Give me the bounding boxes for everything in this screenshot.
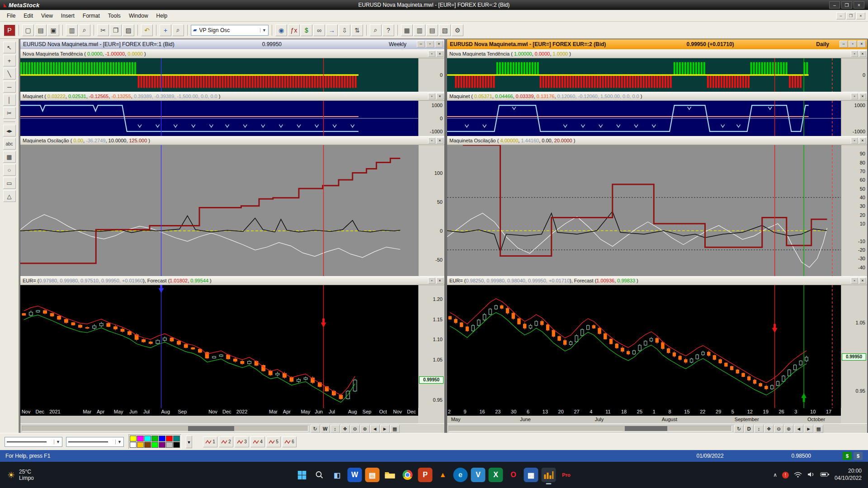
delete-tool-icon[interactable]: ✂: [3, 107, 16, 119]
panel-close-button[interactable]: ×: [859, 277, 866, 284]
menu-edit[interactable]: Edit: [19, 11, 37, 21]
scrollbar-thumb[interactable]: [625, 426, 667, 431]
cut-icon[interactable]: ✂: [97, 24, 109, 36]
horizontal-line-tool-icon[interactable]: ─: [3, 81, 16, 93]
palette-color[interactable]: [166, 436, 173, 441]
crosshair-icon[interactable]: +: [160, 24, 171, 36]
doc-minimize-button[interactable]: –: [836, 12, 845, 19]
window-close-button[interactable]: ×: [435, 41, 443, 47]
taskbar-edge-icon[interactable]: e: [453, 468, 468, 482]
downloader-icon[interactable]: ⇩: [339, 24, 350, 36]
price-scale-right-oscilacao[interactable]: 908070605040302010-10-20-30-40: [841, 145, 867, 276]
chart-plot-left-maquinet[interactable]: [20, 101, 418, 136]
palette-color[interactable]: [166, 442, 173, 448]
securities-icon[interactable]: ◉: [275, 24, 287, 36]
doc-close-button[interactable]: ×: [856, 12, 865, 19]
vertical-scale-button[interactable]: ↕: [754, 425, 764, 433]
tile-windows-icon[interactable]: ▦: [401, 24, 413, 36]
app-maximize-button[interactable]: ❐: [841, 1, 852, 9]
taskbar-chrome-icon[interactable]: [401, 468, 415, 482]
panel-close-button[interactable]: ×: [859, 51, 866, 57]
panel-close-button[interactable]: ×: [436, 93, 443, 99]
taskbar-calculator-icon[interactable]: ▦: [524, 468, 538, 482]
menu-tools[interactable]: Tools: [104, 11, 125, 21]
periodicity-button[interactable]: W: [321, 425, 330, 433]
options-gear-icon[interactable]: ⚙: [452, 24, 463, 36]
drawing-style-button-5[interactable]: 5: [266, 436, 281, 447]
child-window-titlebar-left[interactable]: EURUSD Nova Maquineta.mwl - [EUR=] FOREX…: [20, 39, 444, 49]
palette-dropdown-arrow[interactable]: ▼: [186, 436, 192, 448]
palette-color[interactable]: [159, 436, 165, 441]
taskbar-search-button[interactable]: [312, 468, 327, 482]
vertical-scale-button[interactable]: ↕: [330, 425, 340, 433]
taskbar-pro-icon[interactable]: Pro: [559, 468, 574, 482]
price-scale-right-maquinet[interactable]: 1000-1000: [841, 101, 867, 136]
tray-chevron-icon[interactable]: ∧: [773, 472, 777, 478]
price-scale-right-price[interactable]: 1.050.950.99950: [841, 285, 867, 408]
palette-color[interactable]: [137, 442, 144, 448]
drawing-style-button-2[interactable]: 2: [219, 436, 233, 447]
doc-restore-button[interactable]: ❐: [846, 12, 855, 19]
text-tool-icon[interactable]: abc: [3, 138, 16, 150]
window-minimize-button[interactable]: –: [840, 41, 848, 47]
panel-header-price[interactable]: EUR= (0.97980, 0.99980, 0.97510, 0.99950…: [20, 276, 444, 285]
data-window-button[interactable]: ▦: [390, 425, 400, 433]
panel-restore-button[interactable]: ▫: [851, 51, 858, 57]
drawing-style-button-1[interactable]: 1: [203, 436, 217, 447]
app-minimize-button[interactable]: –: [829, 1, 840, 9]
refresh-button[interactable]: ↻: [734, 425, 744, 433]
zoom-in-button[interactable]: ⊕: [784, 425, 793, 433]
pan-button[interactable]: ❖: [340, 425, 350, 433]
price-scale-right-tendencia[interactable]: 0: [841, 58, 867, 92]
taskbar-vscode-icon[interactable]: V: [471, 468, 486, 482]
save-icon[interactable]: ▣: [47, 24, 59, 36]
palette-color[interactable]: [151, 436, 158, 441]
palette-color[interactable]: [159, 442, 165, 448]
palette-color[interactable]: [130, 436, 137, 441]
taskbar-start-button[interactable]: [295, 468, 309, 482]
chart-plot-left-price[interactable]: [20, 285, 418, 408]
chart-plot-right-maquinet[interactable]: [447, 101, 841, 136]
scroll-left-button[interactable]: ◄: [370, 425, 380, 433]
chart-plot-right-tendencia[interactable]: [447, 58, 841, 92]
dollar-icon[interactable]: $: [301, 24, 312, 36]
pan-button[interactable]: ❖: [764, 425, 774, 433]
taskbar-metastock-icon[interactable]: [542, 468, 556, 482]
panel-restore-button[interactable]: ▫: [851, 277, 858, 284]
cascade-windows-icon[interactable]: ▧: [439, 24, 451, 36]
price-scale-left-tendencia[interactable]: 0: [418, 58, 444, 92]
ellipse-tool-icon[interactable]: ○: [3, 164, 16, 176]
copy-icon[interactable]: ❐: [110, 24, 122, 36]
price-scale-left-oscilacao[interactable]: 100500-50: [418, 145, 444, 276]
taskbar-excel-icon[interactable]: X: [489, 468, 503, 482]
taskbar-vlc-icon[interactable]: ▲: [436, 468, 450, 482]
pointer-tool-icon[interactable]: ↖: [3, 42, 16, 53]
palette-color[interactable]: [137, 436, 144, 441]
drawing-style-button-6[interactable]: 6: [282, 436, 297, 447]
panel-close-button[interactable]: ×: [436, 277, 443, 284]
tile-horizontal-icon[interactable]: ▥: [414, 24, 425, 36]
palette-color[interactable]: [173, 442, 180, 448]
panel-restore-button[interactable]: ▫: [428, 51, 435, 57]
menu-format[interactable]: Format: [79, 11, 104, 21]
menu-help[interactable]: Help: [152, 11, 172, 21]
zoom-in-button[interactable]: ⊕: [360, 425, 370, 433]
print-icon[interactable]: ▥: [66, 24, 78, 36]
zoom-window-icon[interactable]: ⌕: [370, 24, 382, 36]
zoom-out-button[interactable]: ⊖: [350, 425, 360, 433]
indicator-fx-icon[interactable]: ƒx: [288, 24, 300, 36]
taskbar-word-icon[interactable]: W: [348, 468, 362, 482]
chart-plot-right-price[interactable]: [447, 285, 841, 408]
taskbar-taskview-button[interactable]: ◧: [330, 468, 344, 482]
panel-header-maquinet[interactable]: Maquinet ( 0.05371, 0.04466, 0.03339, 0.…: [447, 92, 867, 101]
child-window-titlebar-right[interactable]: EURUSD Nova Maquineta.mwl - [EUR=] FOREX…: [447, 39, 867, 49]
panel-close-button[interactable]: ×: [436, 137, 443, 144]
window-maximize-button[interactable]: ▫: [849, 41, 857, 47]
taskbar-powerpoint-icon[interactable]: P: [418, 468, 433, 482]
chart-plot-left-oscilacao[interactable]: [20, 145, 418, 276]
taskbar-explorer-icon[interactable]: [383, 468, 397, 482]
menu-window[interactable]: Window: [125, 11, 152, 21]
drawing-style-button-4[interactable]: 4: [250, 436, 265, 447]
window-maximize-button[interactable]: ▫: [426, 41, 434, 47]
scroll-right-button[interactable]: ►: [804, 425, 813, 433]
